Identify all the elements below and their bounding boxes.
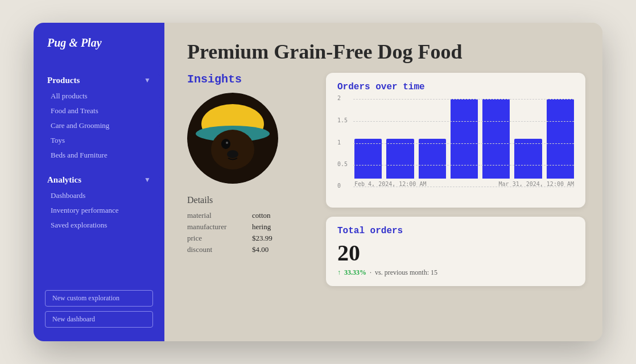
sidebar-buttons: New custom exploration New dashboard <box>34 281 164 328</box>
left-panel: Insights <box>187 73 312 330</box>
detail-row-manufacturer: manufacturer hering <box>187 221 312 233</box>
svg-point-5 <box>226 142 228 144</box>
detail-row-price: price $23.99 <box>187 233 312 244</box>
main-content: Premium Grain-Free Dog Food Insights <box>164 23 602 341</box>
product-image <box>187 93 278 184</box>
detail-val: $23.99 <box>252 234 272 243</box>
sidebar-item-care[interactable]: Care and Grooming <box>34 118 164 133</box>
analytics-header[interactable]: Analytics ▼ <box>34 172 164 188</box>
detail-val: cotton <box>252 211 271 220</box>
detail-val: hering <box>252 222 271 231</box>
vs-text: vs. previous month: 15 <box>375 268 437 277</box>
analytics-label: Analytics <box>47 175 81 185</box>
svg-point-3 <box>211 130 254 169</box>
detail-key: manufacturer <box>187 222 238 231</box>
insights-label: Insights <box>187 73 312 86</box>
content-area: Insights <box>187 73 585 330</box>
detail-row-discount: discount $4.00 <box>187 244 312 255</box>
orders-chart-card: Orders over time 2 1.5 1 <box>326 73 585 208</box>
sidebar-item-all-products[interactable]: All products <box>34 89 164 104</box>
products-label: Products <box>47 76 80 85</box>
sidebar-item-toys[interactable]: Toys <box>34 133 164 148</box>
chevron-down-icon: ▼ <box>144 176 151 184</box>
change-pct: 33.33% <box>344 268 366 277</box>
detail-val: $4.00 <box>252 245 269 254</box>
products-section: Products ▼ All products Food and Treats … <box>34 63 164 163</box>
detail-key: price <box>187 234 238 243</box>
browser-window: Pug & Play Products ▼ All products Food … <box>34 23 602 341</box>
details-table: material cotton manufacturer hering pric… <box>187 210 312 255</box>
orders-chart-title: Orders over time <box>337 82 574 92</box>
total-orders-stats: ↑ 33.33% · vs. previous month: 15 <box>337 268 574 277</box>
page-title: Premium Grain-Free Dog Food <box>187 40 585 64</box>
new-dashboard-button[interactable]: New dashboard <box>45 311 153 328</box>
detail-key: discount <box>187 245 238 254</box>
charts-panel: Orders over time 2 1.5 1 <box>326 73 585 330</box>
svg-point-6 <box>227 150 238 158</box>
details-label: Details <box>187 195 312 205</box>
products-header[interactable]: Products ▼ <box>34 72 164 89</box>
new-exploration-button[interactable]: New custom exploration <box>45 290 153 307</box>
total-orders-title: Total orders <box>337 226 574 236</box>
up-arrow-icon: ↑ <box>337 268 341 277</box>
details-section: Details material cotton manufacturer her… <box>187 195 312 255</box>
sidebar-item-dashboards[interactable]: Dashboards <box>34 188 164 203</box>
sidebar-item-inventory[interactable]: Inventory performance <box>34 203 164 218</box>
total-orders-card: Total orders 20 ↑ 33.33% · vs. previous … <box>326 217 585 286</box>
detail-key: material <box>187 211 238 220</box>
logo: Pug & Play <box>34 36 164 63</box>
sidebar-item-beds[interactable]: Beds and Furniture <box>34 148 164 163</box>
sidebar-item-food[interactable]: Food and Treats <box>34 104 164 118</box>
total-orders-count: 20 <box>337 239 574 266</box>
sidebar: Pug & Play Products ▼ All products Food … <box>34 23 164 341</box>
sidebar-item-saved[interactable]: Saved explorations <box>34 218 164 233</box>
chevron-down-icon: ▼ <box>144 76 151 85</box>
separator: · <box>370 268 371 277</box>
analytics-section: Analytics ▼ Dashboards Inventory perform… <box>34 163 164 233</box>
svg-point-4 <box>221 139 230 149</box>
detail-row-material: material cotton <box>187 210 312 221</box>
